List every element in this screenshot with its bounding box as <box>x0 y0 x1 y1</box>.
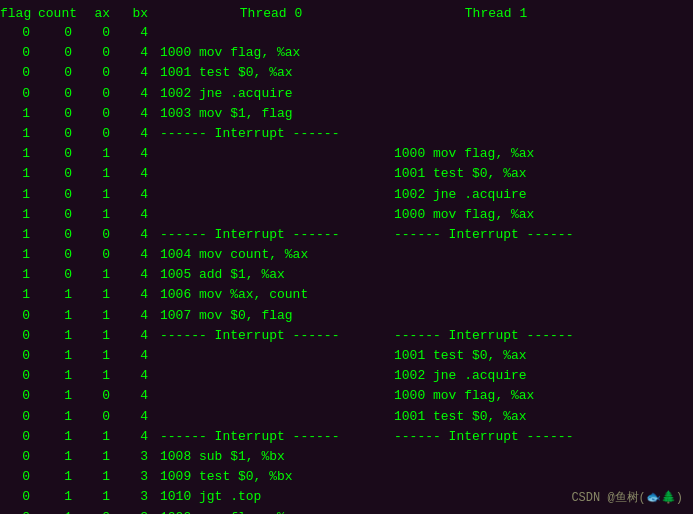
cell-thread0: 1001 test $0, %ax <box>156 64 386 82</box>
table-row: 0 1 0 3 1000 mov flag, %ax <box>0 508 693 515</box>
cell-flag: 0 <box>0 468 38 486</box>
header-thread0: Thread 0 <box>156 6 386 21</box>
cell-thread1: 1001 test $0, %ax <box>386 347 606 365</box>
header-ax: ax <box>80 6 118 21</box>
cell-flag: 0 <box>0 509 38 515</box>
cell-ax: 1 <box>80 266 118 284</box>
cell-ax: 0 <box>80 24 118 42</box>
cell-ax: 0 <box>80 246 118 264</box>
cell-ax: 1 <box>80 286 118 304</box>
cell-flag: 1 <box>0 226 38 244</box>
cell-thread0 <box>156 145 386 163</box>
table-row: 0 1 1 4 1001 test $0, %ax <box>0 346 693 366</box>
table-row: 0 1 1 4 ------ Interrupt ------ ------ I… <box>0 427 693 447</box>
table-row: 1 0 0 4 1003 mov $1, flag <box>0 104 693 124</box>
cell-thread1 <box>386 125 606 143</box>
cell-thread1: ------ Interrupt ------ <box>386 226 606 244</box>
cell-count: 0 <box>38 145 80 163</box>
cell-count: 1 <box>38 367 80 385</box>
cell-thread0: 1002 jne .acquire <box>156 85 386 103</box>
cell-bx: 4 <box>118 307 156 325</box>
cell-flag: 0 <box>0 387 38 405</box>
cell-flag: 0 <box>0 327 38 345</box>
table-row: 1 0 0 4 ------ Interrupt ------ <box>0 124 693 144</box>
cell-thread1 <box>386 24 606 42</box>
cell-count: 1 <box>38 428 80 446</box>
cell-thread1 <box>386 307 606 325</box>
cell-flag: 0 <box>0 64 38 82</box>
cell-thread1: 1001 test $0, %ax <box>386 408 606 426</box>
cell-count: 1 <box>38 327 80 345</box>
cell-thread0 <box>156 186 386 204</box>
cell-count: 1 <box>38 286 80 304</box>
cell-thread0: 1000 mov flag, %ax <box>156 509 386 515</box>
cell-thread0: 1010 jgt .top <box>156 488 386 506</box>
cell-flag: 0 <box>0 428 38 446</box>
cell-bx: 4 <box>118 266 156 284</box>
cell-flag: 1 <box>0 206 38 224</box>
cell-ax: 0 <box>80 44 118 62</box>
header-thread1: Thread 1 <box>386 6 606 21</box>
cell-count: 1 <box>38 387 80 405</box>
cell-flag: 1 <box>0 105 38 123</box>
cell-ax: 1 <box>80 448 118 466</box>
header-flag: flag <box>0 6 38 21</box>
cell-ax: 0 <box>80 125 118 143</box>
cell-count: 0 <box>38 85 80 103</box>
cell-thread0 <box>156 387 386 405</box>
cell-count: 0 <box>38 246 80 264</box>
cell-thread1 <box>386 286 606 304</box>
table-body: 0 0 0 4 0 0 0 4 1000 mov flag, %ax 0 0 0… <box>0 23 693 514</box>
cell-thread1: 1000 mov flag, %ax <box>386 206 606 224</box>
cell-bx: 4 <box>118 367 156 385</box>
cell-bx: 3 <box>118 509 156 515</box>
cell-flag: 0 <box>0 24 38 42</box>
table-row: 0 0 0 4 <box>0 23 693 43</box>
cell-ax: 1 <box>80 145 118 163</box>
cell-bx: 4 <box>118 186 156 204</box>
cell-ax: 1 <box>80 307 118 325</box>
table-row: 1 1 1 4 1006 mov %ax, count <box>0 285 693 305</box>
cell-thread0: ------ Interrupt ------ <box>156 226 386 244</box>
cell-ax: 1 <box>80 428 118 446</box>
cell-flag: 1 <box>0 246 38 264</box>
main-table: flag count ax bx Thread 0 Thread 1 0 0 0… <box>0 0 693 514</box>
cell-thread1: 1000 mov flag, %ax <box>386 387 606 405</box>
cell-ax: 1 <box>80 186 118 204</box>
cell-flag: 0 <box>0 307 38 325</box>
cell-ax: 1 <box>80 468 118 486</box>
cell-count: 0 <box>38 64 80 82</box>
cell-count: 1 <box>38 347 80 365</box>
cell-ax: 0 <box>80 64 118 82</box>
table-row: 0 0 0 4 1001 test $0, %ax <box>0 63 693 83</box>
table-row: 1 0 1 4 1000 mov flag, %ax <box>0 205 693 225</box>
cell-thread1: 1002 jne .acquire <box>386 367 606 385</box>
table-row: 1 0 0 4 ------ Interrupt ------ ------ I… <box>0 225 693 245</box>
cell-flag: 0 <box>0 448 38 466</box>
cell-thread0: 1008 sub $1, %bx <box>156 448 386 466</box>
table-row: 0 1 1 3 1008 sub $1, %bx <box>0 447 693 467</box>
cell-flag: 0 <box>0 85 38 103</box>
cell-flag: 1 <box>0 125 38 143</box>
cell-thread0: 1005 add $1, %ax <box>156 266 386 284</box>
table-row: 1 0 1 4 1000 mov flag, %ax <box>0 144 693 164</box>
cell-count: 1 <box>38 509 80 515</box>
cell-bx: 4 <box>118 145 156 163</box>
cell-flag: 1 <box>0 145 38 163</box>
cell-bx: 4 <box>118 44 156 62</box>
cell-count: 1 <box>38 408 80 426</box>
table-row: 1 0 1 4 1002 jne .acquire <box>0 185 693 205</box>
cell-thread0: ------ Interrupt ------ <box>156 428 386 446</box>
cell-count: 0 <box>38 266 80 284</box>
cell-count: 0 <box>38 186 80 204</box>
cell-thread1 <box>386 44 606 62</box>
cell-thread0: 1007 mov $0, flag <box>156 307 386 325</box>
cell-bx: 4 <box>118 226 156 244</box>
cell-ax: 0 <box>80 387 118 405</box>
cell-count: 1 <box>38 488 80 506</box>
cell-thread1 <box>386 509 606 515</box>
cell-thread1 <box>386 246 606 264</box>
cell-flag: 0 <box>0 408 38 426</box>
cell-bx: 4 <box>118 105 156 123</box>
cell-bx: 4 <box>118 327 156 345</box>
